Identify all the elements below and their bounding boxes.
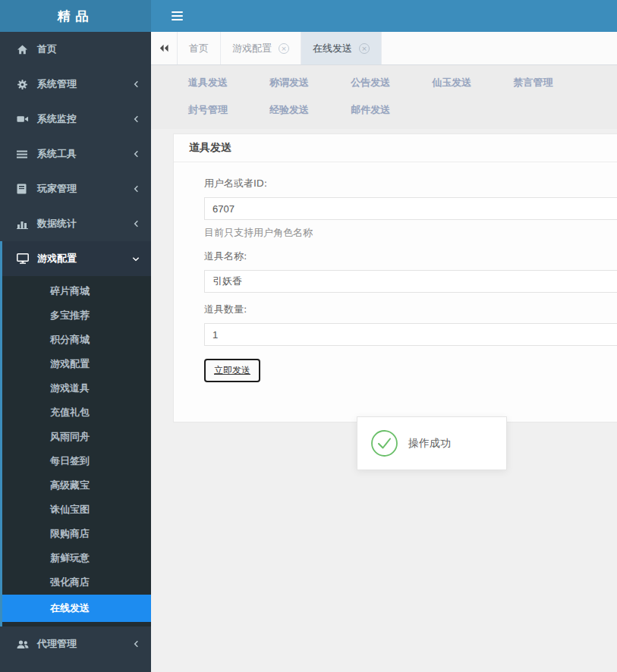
users-icon: [17, 639, 37, 649]
sidebar-item-system-manage[interactable]: 系统管理: [0, 67, 151, 102]
submenu-item[interactable]: 游戏配置: [2, 352, 151, 376]
tab-online-send-active[interactable]: 在线发送 ×: [301, 32, 382, 64]
submenu-item[interactable]: 游戏道具: [2, 376, 151, 400]
tab-bar: 首页 游戏配置 × 在线发送 ×: [151, 32, 617, 65]
book-icon: [17, 184, 37, 194]
tab-label: 首页: [189, 42, 209, 55]
send-now-button[interactable]: 立即发送: [204, 359, 260, 382]
subnav-link-item-send[interactable]: 道具发送: [188, 76, 231, 89]
sidebar-item-label: 系统监控: [37, 112, 77, 126]
sidebar-item-label: 首页: [37, 42, 57, 56]
item-count-label: 道具数量:: [204, 303, 617, 316]
hamburger-menu-icon[interactable]: [172, 9, 183, 23]
game-config-submenu: 碎片商城 多宝推荐 积分商城 游戏配置 游戏道具 充值礼包 风雨同舟 每日签到 …: [2, 276, 151, 626]
item-name-label: 道具名称:: [204, 250, 617, 263]
navbar: [151, 0, 617, 32]
tab-close-icon[interactable]: ×: [359, 43, 370, 54]
chevron-left-icon: [132, 219, 140, 228]
submenu-item[interactable]: 碎片商城: [2, 279, 151, 303]
tab-close-icon[interactable]: ×: [279, 43, 289, 54]
sidebar-item-label: 代理管理: [37, 637, 77, 651]
submenu-item[interactable]: 风雨同舟: [2, 425, 151, 449]
username-help-text: 目前只支持用户角色名称: [204, 226, 617, 240]
tab-home[interactable]: 首页: [178, 32, 221, 64]
sidebar-item-system-tools[interactable]: 系统工具: [0, 137, 151, 171]
subnav-link-jade-send[interactable]: 仙玉发送: [432, 76, 475, 89]
sidebar-item-label: 数据统计: [37, 217, 77, 231]
monitor-icon: [17, 253, 37, 264]
submenu-item[interactable]: 强化商店: [2, 570, 151, 595]
submenu-item[interactable]: 每日签到: [2, 449, 151, 473]
camera-icon: [17, 114, 37, 124]
sidebar-item-player-manage[interactable]: 玩家管理: [0, 171, 151, 206]
sidebar-item-label: 系统工具: [37, 147, 77, 161]
success-check-icon: [370, 429, 398, 457]
submenu-item[interactable]: 高级藏宝: [2, 473, 151, 498]
app-window: 精品 首页 系统管理: [0, 0, 617, 672]
sidebar-item-game-config[interactable]: 游戏配置: [2, 241, 151, 276]
sidebar-item-system-monitor[interactable]: 系统监控: [0, 102, 151, 137]
subnav-link-ban-manage[interactable]: 封号管理: [188, 103, 231, 117]
submenu-item[interactable]: 新鲜玩意: [2, 546, 151, 570]
item-name-input[interactable]: [204, 270, 617, 293]
chevron-left-icon: [132, 80, 140, 89]
submenu-item[interactable]: 限购商店: [2, 522, 151, 546]
home-icon: [17, 44, 37, 55]
subnav-link-exp-send[interactable]: 经验发送: [269, 103, 313, 117]
item-send-form: 用户名或者ID: 目前只支持用户角色名称 道具名称: 道具数量: 立即发送: [174, 162, 617, 422]
gear-icon: [17, 79, 37, 90]
username-label: 用户名或者ID:: [204, 177, 617, 190]
username-input[interactable]: [204, 197, 617, 220]
chart-icon: [17, 219, 37, 229]
list-icon: [17, 149, 37, 159]
item-count-input[interactable]: [204, 323, 617, 346]
sidebar-item-data-stats[interactable]: 数据统计: [0, 206, 151, 241]
chevron-left-icon: [132, 115, 140, 124]
sidebar-item-label: 玩家管理: [37, 182, 77, 196]
sidebar-item-label: 游戏配置: [37, 252, 77, 265]
item-send-panel: 道具发送 用户名或者ID: 目前只支持用户角色名称 道具名称: 道具数量: 立即…: [173, 133, 617, 422]
tabs-scroll-back-icon[interactable]: [151, 32, 178, 64]
chevron-left-icon: [132, 149, 140, 159]
tab-label: 在线发送: [313, 42, 352, 55]
sidebar-item-label: 系统管理: [37, 77, 77, 91]
toast-message: 操作成功: [408, 437, 451, 451]
panel-title: 道具发送: [174, 134, 617, 162]
submenu-item[interactable]: 诛仙宝图: [2, 498, 151, 522]
submenu-item-online-send-active[interactable]: 在线发送: [2, 595, 151, 622]
success-toast: 操作成功: [357, 416, 507, 470]
tab-game-config[interactable]: 游戏配置 ×: [221, 32, 301, 64]
sidebar: 首页 系统管理 系统监控: [0, 32, 151, 672]
sidebar-item-agent-manage[interactable]: 代理管理: [0, 626, 151, 661]
subnav-link-mute-manage[interactable]: 禁言管理: [513, 76, 556, 89]
subnav-link-title-send[interactable]: 称谓发送: [269, 76, 313, 89]
send-type-nav: 道具发送 称谓发送 公告发送 仙玉发送 禁言管理 封号管理 经验发送 邮件发送: [151, 65, 617, 129]
sidebar-item-home[interactable]: 首页: [0, 32, 151, 67]
submenu-item[interactable]: 多宝推荐: [2, 303, 151, 328]
tab-label: 游戏配置: [232, 42, 272, 55]
sidebar-section-game-config: 游戏配置 碎片商城 多宝推荐 积分商城 游戏配置 游戏道具 充值礼包 风雨同舟 …: [0, 241, 151, 626]
submenu-item[interactable]: 充值礼包: [2, 400, 151, 425]
submenu-item[interactable]: 积分商城: [2, 328, 151, 352]
main-content: 首页 游戏配置 × 在线发送 × 道具发送 称谓发送 公告发送 仙玉发送 禁言管…: [151, 32, 617, 672]
chevron-left-icon: [132, 639, 140, 648]
brand-logo: 精品: [0, 0, 151, 32]
chevron-down-icon: [131, 255, 140, 263]
top-bar: 精品: [0, 0, 617, 32]
chevron-left-icon: [132, 184, 140, 193]
subnav-link-mail-send[interactable]: 邮件发送: [351, 103, 394, 117]
subnav-link-notice-send[interactable]: 公告发送: [351, 76, 394, 89]
